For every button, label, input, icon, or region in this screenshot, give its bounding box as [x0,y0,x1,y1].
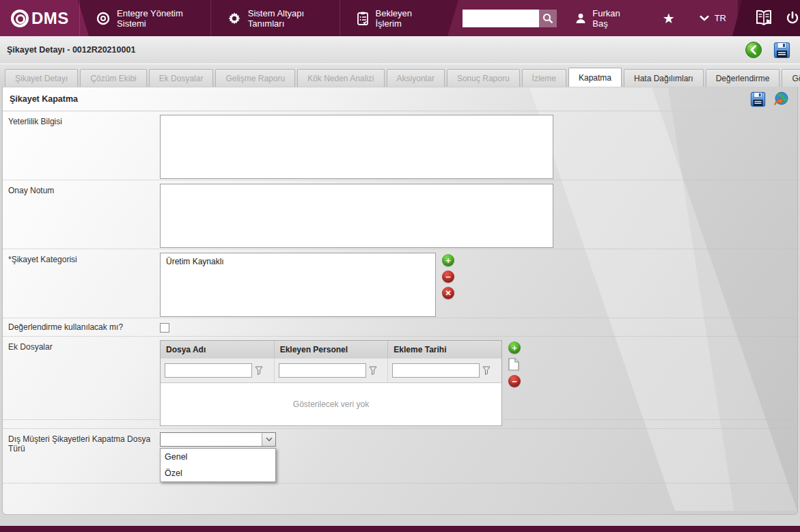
tab-gelisme-raporu: Gelişme Raporu [215,69,295,87]
yeterlilik-bilgisi-label: Yeterlilik Bilgisi [8,115,160,126]
menu-bekleyen-islerim[interactable]: Bekleyen İşlerim [340,0,443,36]
language-code: TR [715,13,726,23]
dosya-turu-selected-value [161,433,262,446]
filter-input-ekleme-tarihi[interactable] [392,363,480,378]
gear-icon [227,12,241,25]
kategori-list-item[interactable]: Üretim Kaynaklı [165,256,431,267]
save-button[interactable] [773,42,790,59]
degerlendirme-kullanilacak-label: Değerlendirme kullanılacak mı? [8,322,160,332]
logo-text: DMS [31,9,69,28]
menu-sistem-altyapi-tanimlari[interactable]: Sistem Altyapı Tanımları [210,0,340,36]
column-header-ekleme-tarihi[interactable]: Ekleme Tarihi [388,341,501,359]
search-icon [542,13,553,24]
section-save-button[interactable] [750,92,766,107]
breadcrumb-bar: Şikayet Detayı - 0012R20210001 [0,36,800,64]
dropdown-option-genel[interactable]: Genel [161,449,275,465]
ek-dosyalar-table: Dosya Adı Ekleyen Personel Ekleme Tarihi [160,340,502,426]
tab-hata-dagilimlari[interactable]: Hata Dağılımları [624,69,704,87]
sikayet-kategorisi-listbox[interactable]: Üretim Kaynaklı [160,253,436,317]
kategori-remove-icon[interactable]: − [442,270,454,283]
tab-izleme: İzleme [522,69,566,87]
app-logo[interactable]: DMS [0,9,75,28]
dosya-add-icon[interactable]: + [508,341,521,354]
dosya-turu-label: Dış Müşteri Şikayetleri Kapatma Dosya Tü… [8,432,160,453]
search-input[interactable] [463,10,539,27]
logout-power-icon[interactable] [785,11,800,26]
menu-entegre-yonetim-sistemi[interactable]: Entegre Yönetim Sistemi [79,0,210,36]
ek-dosyalar-label: Ek Dosyalar [8,340,160,352]
onay-notum-label: Onay Notum [8,184,160,195]
kategori-delete-icon[interactable]: ✕ [442,287,454,299]
tab-sikayet-detayi: Şikayet Detayı [5,69,78,87]
column-header-dosya-adi[interactable]: Dosya Adı [161,341,275,359]
dropdown-option-ozel[interactable]: Özel [161,465,275,481]
tab-sonuc-raporu: Sonuç Raporu [447,69,520,87]
dosya-turu-select[interactable] [160,432,276,447]
filter-input-dosya-adi[interactable] [165,363,252,378]
filter-input-ekleyen-personel[interactable] [279,363,366,378]
bottom-accent-bar [0,526,800,532]
user-icon [575,12,587,25]
menu-label: Sistem Altyapı Tanımları [248,8,323,29]
user-name: Furkan Baş [592,8,626,29]
tab-kok-neden-analizi: Kök Neden Analizi [297,69,384,87]
tab-cozum-ekibi: Çözüm Ekibi [80,69,146,87]
help-book-icon[interactable] [754,10,774,27]
qdms-circle-icon [96,12,110,25]
table-header-row: Dosya Adı Ekleyen Personel Ekleme Tarihi [161,341,501,359]
chevron-down-icon [700,15,709,21]
menu-label: Entegre Yönetim Sistemi [117,8,194,29]
tab-strip: Şikayet Detayı Çözüm Ekibi Ek Dosyalar G… [0,64,800,87]
tab-goruntule[interactable]: Görüntüle [782,69,800,87]
degerlendirme-checkbox[interactable] [160,323,169,333]
column-header-ekleyen-personel[interactable]: Ekleyen Personel [275,341,389,359]
dosya-document-icon[interactable] [508,358,521,371]
select-chevron-down-icon[interactable] [262,433,275,446]
menu-label: Bekleyen İşlerim [376,8,426,29]
header-search [463,10,557,27]
kategori-add-icon[interactable]: + [442,254,454,266]
tab-aksiyonlar: Aksiyonlar [387,69,445,87]
section-header: Şikayet Kapatma [3,87,797,111]
sikayet-kategorisi-label: *Şikayet Kategorisi [8,253,160,264]
back-button[interactable] [745,41,762,59]
tab-kapatma[interactable]: Kapatma [568,68,622,87]
page-title: Şikayet Detayı - 0012R20210001 [7,45,135,55]
favorites-star-icon[interactable]: ★ [663,10,675,27]
filter-funnel-icon[interactable] [255,366,263,375]
content-panel: Şikayet Kapatma Yeterlilik Bilgisi Onay … [2,87,798,515]
section-title: Şikayet Kapatma [10,94,78,104]
filter-funnel-icon[interactable] [482,366,491,375]
onay-notum-textarea[interactable] [160,184,553,248]
dosya-remove-icon[interactable]: − [508,375,521,387]
table-filter-row [161,359,501,383]
filter-funnel-icon[interactable] [369,366,377,375]
app-header: DMS Entegre Yönetim Sistemi Sistem Altya… [0,0,800,36]
export-web-button[interactable] [773,91,789,107]
search-button[interactable] [539,10,557,27]
sikayet-kapatma-form: Yeterlilik Bilgisi Onay Notum *Şikayet K… [3,111,797,484]
tab-degerlendirme[interactable]: Değerlendirme [706,69,780,87]
table-empty-message: Gösterilecek veri yok [161,383,501,425]
qdms-logo-icon [11,10,29,27]
dosya-turu-dropdown: Genel Özel [160,448,276,482]
user-menu[interactable]: Furkan Baş [575,8,626,29]
language-selector[interactable]: TR [700,13,726,23]
clipboard-icon [357,12,369,25]
tab-ek-dosyalar: Ek Dosyalar [149,69,214,87]
yeterlilik-bilgisi-textarea[interactable] [160,115,553,179]
